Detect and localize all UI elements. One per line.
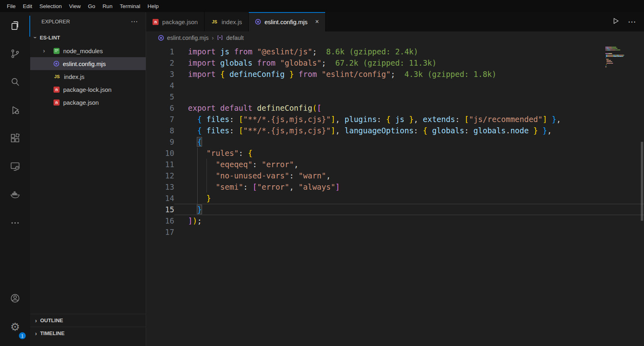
activity-item-explorer[interactable] — [0, 12, 30, 40]
editor-group: npackage.jsonJSindex.jseslint.config.mjs… — [146, 12, 644, 346]
line-number: 2 — [146, 57, 174, 68]
menu-item-view[interactable]: View — [66, 3, 85, 9]
code-line-2[interactable]: 2import globals from "globals"; 67.2k (g… — [146, 57, 644, 68]
tab-label: index.js — [221, 19, 242, 25]
code-area[interactable]: 1import js from "@eslint/js"; 8.6k (gzip… — [146, 44, 644, 346]
panel-timeline[interactable]: ›TIMELINE — [30, 327, 146, 340]
activity-item-remote-explorer[interactable] — [0, 153, 30, 181]
code-line-11[interactable]: 11 "eqeqeq": "error", — [146, 159, 644, 170]
tree-item-label: node_modules — [63, 48, 103, 54]
minimap-line — [605, 64, 639, 65]
code-line-17[interactable]: 17 — [146, 226, 644, 238]
code-line-15[interactable]: 15 } — [146, 204, 644, 215]
code-line-5[interactable]: 5 — [146, 91, 644, 102]
minimap-line — [605, 48, 639, 49]
line-number: 3 — [146, 68, 174, 80]
tree-item-label: index.js — [64, 73, 85, 80]
docker-icon — [10, 189, 21, 202]
line-number: 4 — [146, 80, 174, 91]
line-number: 1 — [146, 46, 174, 57]
activity-item-run-debug[interactable] — [0, 97, 30, 125]
minimap-line — [605, 60, 639, 61]
more-actions-icon[interactable]: ⋯ — [628, 18, 636, 26]
tab-index.js[interactable]: JSindex.js — [204, 12, 249, 31]
line-number: 16 — [146, 215, 174, 226]
tree-item-index.js[interactable]: JSindex.js — [30, 70, 146, 83]
remote-explorer-icon — [10, 161, 21, 174]
activity-item-more[interactable] — [0, 209, 30, 238]
code-line-6[interactable]: 6export default defineConfig([ — [146, 102, 644, 114]
activity-item-source-control[interactable] — [0, 40, 30, 68]
menu-item-go[interactable]: Go — [85, 3, 99, 9]
code-line-1[interactable]: 1import js from "@eslint/js"; 8.6k (gzip… — [146, 46, 644, 57]
code-line-12[interactable]: 12 "no-unused-vars": "warn", — [146, 170, 644, 181]
more-icon — [10, 218, 21, 230]
line-number: 9 — [146, 136, 174, 147]
menu-item-terminal[interactable]: Terminal — [116, 3, 144, 9]
menu-item-selection[interactable]: Selection — [36, 3, 66, 9]
line-content: } — [174, 204, 644, 215]
panel-outline[interactable]: ›OUTLINE — [30, 314, 146, 327]
explorer-header: EXPLORER ⋯ — [30, 12, 146, 31]
code-line-13[interactable]: 13 "semi": ["error", "always"] — [146, 181, 644, 193]
menu-item-run[interactable]: Run — [99, 3, 116, 9]
breadcrumb-file[interactable]: eslint.config.mjs — [167, 35, 208, 41]
code-line-9[interactable]: 9 { — [146, 136, 644, 147]
scrollbar-thumb[interactable] — [641, 142, 643, 221]
chevron-right-icon: › — [35, 331, 37, 336]
minimap-line — [605, 65, 639, 66]
explorer-icon — [10, 20, 21, 33]
minimap-line — [605, 53, 639, 54]
tree-item-eslint.config.mjs[interactable]: eslint.config.mjs — [30, 57, 146, 70]
close-icon[interactable]: × — [315, 18, 319, 25]
activity-item-docker[interactable] — [0, 181, 30, 209]
line-number: 10 — [146, 147, 174, 159]
settings-icon: ⚙ — [10, 322, 20, 333]
code-line-7[interactable]: 7 { files: ["**/*.{js,mjs,cjs}"], plugin… — [146, 114, 644, 125]
node-folder-icon — [54, 48, 60, 54]
npm-icon: n — [153, 19, 159, 25]
code-line-4[interactable]: 4 — [146, 80, 644, 91]
code-line-8[interactable]: 8 { files: ["**/*.{js,mjs,cjs}"], langua… — [146, 125, 644, 136]
tabs: npackage.jsonJSindex.jseslint.config.mjs… — [146, 12, 326, 31]
chevron-down-icon: › — [33, 37, 38, 39]
menu-item-file[interactable]: File — [3, 3, 19, 9]
explorer-title: EXPLORER — [41, 19, 70, 25]
account-icon — [10, 293, 21, 305]
panel-label: TIMELINE — [40, 330, 65, 336]
code-line-10[interactable]: 10 "rules": { — [146, 147, 644, 159]
minimap-line — [605, 47, 639, 48]
minimap-line — [605, 59, 639, 60]
tree-item-label: eslint.config.mjs — [63, 60, 106, 67]
line-content — [174, 80, 644, 91]
tab-eslint.config.mjs[interactable]: eslint.config.mjs× — [249, 12, 326, 31]
tree-item-node_modules[interactable]: ›node_modules — [30, 44, 146, 57]
tab-bar: npackage.jsonJSindex.jseslint.config.mjs… — [146, 12, 644, 31]
workspace-section-header[interactable]: › ES-LINT — [30, 31, 146, 44]
activity-item-search[interactable] — [0, 68, 30, 97]
editor-actions: ⋯ — [604, 12, 644, 31]
breadcrumb: eslint.config.mjs › default — [146, 31, 644, 44]
minimap-line — [605, 63, 639, 64]
symbol-variable-icon — [217, 35, 223, 41]
menu-item-edit[interactable]: Edit — [19, 3, 36, 9]
code-line-16[interactable]: 16]); — [146, 215, 644, 226]
activity-item-account[interactable] — [0, 285, 30, 313]
activity-item-extensions[interactable] — [0, 125, 30, 153]
activity-item-settings[interactable]: ⚙1 — [0, 313, 30, 341]
chevron-right-icon: › — [35, 318, 37, 323]
minimap[interactable] — [605, 47, 639, 69]
eslint-icon — [158, 35, 164, 41]
menu-item-help[interactable]: Help — [144, 3, 162, 9]
run-button[interactable] — [612, 17, 620, 27]
more-actions-icon[interactable]: ⋯ — [131, 17, 138, 26]
tree-item-package.json[interactable]: npackage.json — [30, 96, 146, 109]
breadcrumb-symbol[interactable]: default — [226, 35, 244, 41]
code-line-3[interactable]: 3import { defineConfig } from "eslint/co… — [146, 68, 644, 80]
code-line-14[interactable]: 14 } — [146, 193, 644, 204]
tree-item-package-lock.json[interactable]: npackage-lock.json — [30, 83, 146, 96]
js-icon: JS — [54, 73, 60, 80]
tab-package.json[interactable]: npackage.json — [146, 12, 204, 31]
line-content: ]); — [174, 215, 644, 226]
sidebar-explorer: EXPLORER ⋯ › ES-LINT ›node_moduleseslint… — [30, 12, 146, 346]
